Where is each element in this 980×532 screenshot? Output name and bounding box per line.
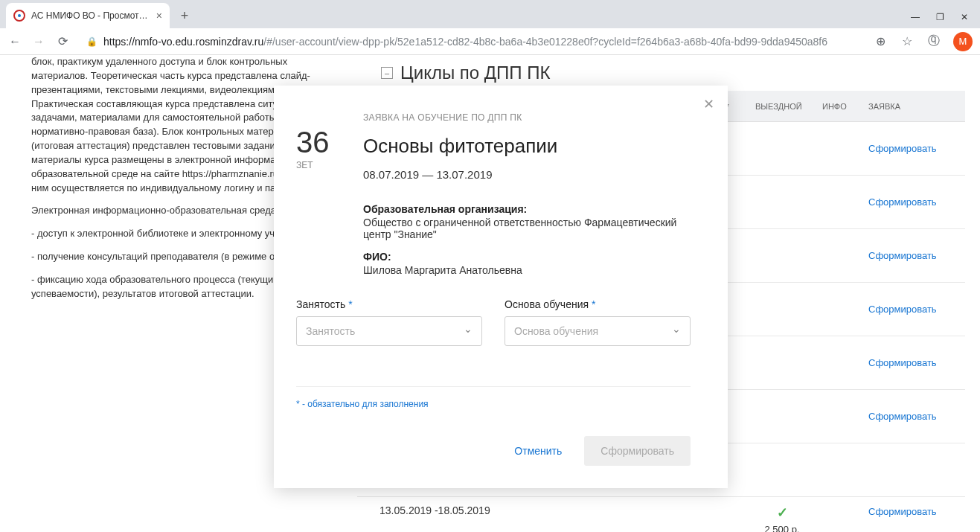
modal-dates: 08.07.2019 — 13.07.2019	[363, 168, 691, 181]
browser-tab[interactable]: АС НМИФО ВО - Просмотр ДП ×	[6, 3, 170, 28]
required-note: * - обязательно для заполнения	[296, 386, 691, 409]
favicon-icon	[13, 10, 25, 22]
zet-value: 36	[296, 127, 341, 157]
zet-label: ЗЕТ	[296, 160, 341, 170]
address-bar: ← → ⟳ 🔒 https://nmfo-vo.edu.rosminzdrav.…	[0, 28, 980, 55]
cancel-button[interactable]: Отменить	[505, 439, 571, 463]
window-maximize-icon[interactable]: ❐	[936, 12, 944, 22]
basis-label: Основа обучения *	[505, 298, 691, 310]
employment-label: Занятость *	[296, 298, 482, 310]
tab-title: АС НМИФО ВО - Просмотр ДП	[31, 10, 150, 21]
application-modal: ✕ 36 ЗЕТ ЗАЯВКА НА ОБУЧЕНИЕ ПО ДПП ПК Ос…	[274, 86, 728, 488]
modal-pretitle: ЗАЯВКА НА ОБУЧЕНИЕ ПО ДПП ПК	[363, 112, 691, 123]
new-tab-button[interactable]: +	[174, 5, 195, 26]
url-input[interactable]: 🔒 https://nmfo-vo.edu.rosminzdrav.ru/#/u…	[79, 36, 864, 48]
search-small-icon[interactable]: ⓠ	[926, 33, 941, 49]
page-content: блок, практикум удаленного доступа и бло…	[0, 55, 980, 532]
org-label: Образовательная организация:	[363, 203, 691, 215]
zoom-icon[interactable]: ⊕	[873, 34, 888, 48]
modal-close-icon[interactable]: ✕	[703, 96, 714, 112]
org-value: Общество с ограниченной ответственностью…	[363, 217, 691, 240]
modal-title: Основы фитотерапии	[363, 135, 691, 158]
url-path: /#/user-account/view-dpp-pk/52e1a512-cd8…	[263, 36, 827, 48]
lock-icon: 🔒	[86, 36, 97, 47]
star-icon[interactable]: ☆	[900, 34, 915, 48]
nav-reload-icon[interactable]: ⟳	[55, 34, 70, 48]
fio-label: ФИО:	[363, 251, 691, 263]
window-minimize-icon[interactable]: —	[911, 12, 920, 22]
browser-tab-strip: АС НМИФО ВО - Просмотр ДП × + — ❐ ✕	[0, 0, 980, 28]
fio-value: Шилова Маргарита Анатольевна	[363, 264, 691, 276]
basis-select[interactable]: Основа обучения	[505, 316, 691, 346]
submit-button[interactable]: Сформировать	[584, 436, 691, 466]
url-host: https://nmfo-vo.edu.rosminzdrav.ru	[103, 36, 263, 48]
nav-forward-icon[interactable]: →	[31, 35, 46, 48]
profile-avatar[interactable]: М	[953, 32, 973, 51]
tab-close-icon[interactable]: ×	[156, 10, 162, 22]
window-close-icon[interactable]: ✕	[961, 12, 968, 22]
modal-backdrop: ✕ 36 ЗЕТ ЗАЯВКА НА ОБУЧЕНИЕ ПО ДПП ПК Ос…	[0, 55, 980, 532]
nav-back-icon[interactable]: ←	[7, 35, 22, 48]
employment-select[interactable]: Занятость	[296, 316, 482, 346]
window-controls: — ❐ ✕	[911, 12, 980, 22]
